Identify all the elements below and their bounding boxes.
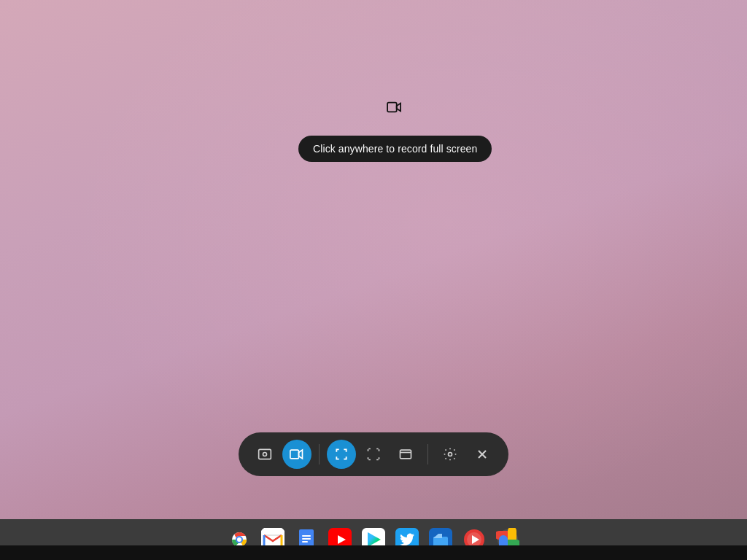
svg-rect-15 xyxy=(302,535,311,537)
svg-rect-4 xyxy=(400,450,411,459)
window-capture-button[interactable] xyxy=(391,440,420,469)
svg-rect-17 xyxy=(302,541,308,542)
svg-rect-1 xyxy=(259,449,271,459)
capture-toolbar xyxy=(239,432,508,476)
toolbar-divider-2 xyxy=(427,444,428,464)
svg-rect-3 xyxy=(290,450,299,459)
bottom-black-bar xyxy=(0,545,747,560)
fullscreen-capture-button[interactable] xyxy=(327,440,356,469)
video-cursor-icon xyxy=(387,101,403,114)
screenshot-button[interactable] xyxy=(250,440,279,469)
close-button[interactable] xyxy=(468,440,497,469)
settings-button[interactable] xyxy=(436,440,465,469)
svg-rect-16 xyxy=(302,538,311,540)
svg-point-2 xyxy=(263,453,267,456)
toolbar-divider-1 xyxy=(319,444,320,464)
svg-point-6 xyxy=(449,453,452,456)
partial-capture-button[interactable] xyxy=(359,440,388,469)
video-record-button[interactable] xyxy=(282,440,311,469)
svg-point-11 xyxy=(237,537,241,542)
record-hint-tooltip: Click anywhere to record full screen xyxy=(298,136,492,162)
svg-rect-0 xyxy=(387,103,397,112)
